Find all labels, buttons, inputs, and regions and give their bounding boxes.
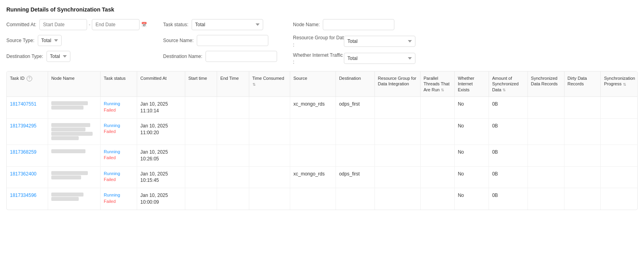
cell-task-id: 1817362400 xyxy=(7,166,48,188)
sync-progress-sort-icon[interactable]: ⇅ xyxy=(623,82,626,87)
col-dirty-data-label: Dirty Data Records xyxy=(568,76,587,86)
source-name-label: Source Name: xyxy=(163,38,194,43)
node-name-blurred-text: █████████ xyxy=(51,193,83,197)
calendar-icon[interactable]: 📅 xyxy=(141,22,147,27)
date-separator: - xyxy=(89,22,90,27)
internet-filter: Whether Internet Traffic Exists : Total xyxy=(293,52,415,65)
cell-sync-data-records xyxy=(528,166,564,188)
cell-time-consumed xyxy=(249,97,290,119)
cell-end-time xyxy=(217,188,249,210)
cell-destination xyxy=(336,118,374,145)
col-header-end-time: End Time xyxy=(217,71,249,97)
node-name-blurred-text: █████████ xyxy=(51,132,93,136)
cell-source xyxy=(290,118,336,145)
task-id-link[interactable]: 1817362400 xyxy=(10,171,37,177)
amount-sort-icon[interactable]: ⇅ xyxy=(502,87,506,92)
task-status-filter: Task status: Total xyxy=(163,19,277,30)
cell-sync-progress xyxy=(601,97,637,119)
col-resource-group-label: Resource Group for Data Integration xyxy=(378,76,417,86)
node-name-label: Node Name: xyxy=(293,22,320,27)
cell-node-name: ████████████████████████████████████ xyxy=(48,118,100,145)
cell-source: xc_mongo_rds xyxy=(290,166,336,188)
cell-committed-at: Jan 10, 2025 11:00:20 xyxy=(137,118,185,145)
cell-time-consumed xyxy=(249,188,290,210)
node-name-blurred-text: █████████ xyxy=(51,101,88,105)
cell-source xyxy=(290,145,336,166)
cell-amount-synchronized: 0B xyxy=(489,188,528,210)
col-header-parallel-threads: Parallel Threads That Are Run ⇅ xyxy=(420,71,454,97)
task-id-link[interactable]: 1817407551 xyxy=(10,101,37,107)
status-failed: Failed xyxy=(104,177,134,183)
cell-source xyxy=(290,188,336,210)
col-end-time-label: End Time xyxy=(220,76,239,81)
destination-type-select[interactable]: Total xyxy=(47,51,70,62)
col-header-resource-group: Resource Group for Data Integration xyxy=(374,71,420,97)
col-header-dirty-data: Dirty Data Records xyxy=(564,71,601,97)
cell-sync-progress xyxy=(601,188,637,210)
cell-start-time xyxy=(185,118,217,145)
parallel-threads-sort-icon[interactable]: ⇅ xyxy=(441,87,444,92)
cell-internet-exists: No xyxy=(454,97,489,119)
time-consumed-sort-icon[interactable]: ⇅ xyxy=(252,82,256,87)
destination-name-filter: Destination Name: xyxy=(163,51,277,62)
cell-sync-progress xyxy=(601,145,637,166)
end-date-input[interactable] xyxy=(92,19,140,30)
cell-sync-progress xyxy=(601,166,637,188)
task-id-link[interactable]: 1817368259 xyxy=(10,149,37,155)
col-sync-data-records-label: Synchronized Data Records xyxy=(531,76,558,86)
col-time-consumed-label: Time Consumed xyxy=(252,76,284,81)
task-status-select[interactable]: Total xyxy=(192,19,263,30)
cell-time-consumed xyxy=(249,118,290,145)
node-name-filter: Node Name: xyxy=(293,19,415,30)
cell-end-time xyxy=(217,97,249,119)
col-header-amount: Amount of Synchronized Data ⇅ xyxy=(489,71,528,97)
col-header-start-time: Start time xyxy=(185,71,217,97)
node-name-blurred-text: █████████ xyxy=(51,175,81,179)
cell-amount-synchronized: 0B xyxy=(489,166,528,188)
col-header-source: Source xyxy=(290,71,336,97)
cell-parallel-threads xyxy=(420,118,454,145)
data-table-container: Task ID ? Node Name Task status Committe… xyxy=(6,71,638,210)
internet-select[interactable]: Total xyxy=(344,53,415,64)
cell-destination: odps_first xyxy=(336,166,374,188)
col-node-name-label: Node Name xyxy=(51,76,75,81)
source-name-input[interactable] xyxy=(197,35,268,46)
col-start-time-label: Start time xyxy=(188,76,207,81)
status-failed: Failed xyxy=(104,198,134,204)
start-date-input[interactable] xyxy=(39,19,87,30)
cell-task-status: RunningFailed xyxy=(101,166,137,188)
cell-end-time xyxy=(217,166,249,188)
table-row: 1817362400██████████████████RunningFaile… xyxy=(7,166,637,188)
cell-dirty-data-records xyxy=(564,166,601,188)
node-name-input[interactable] xyxy=(323,19,394,30)
task-id-link[interactable]: 1817334596 xyxy=(10,193,37,198)
destination-name-label: Destination Name: xyxy=(163,54,202,59)
cell-task-status: RunningFailed xyxy=(101,188,137,210)
table-row: 1817407551██████████████████RunningFaile… xyxy=(7,97,637,119)
status-running: Running xyxy=(104,101,134,107)
node-name-blurred-text: █████████ xyxy=(51,136,79,140)
cell-node-name: ██████████████████ xyxy=(48,166,100,188)
destination-name-input[interactable] xyxy=(206,51,277,62)
cell-amount-synchronized: 0B xyxy=(489,118,528,145)
cell-sync-data-records xyxy=(528,97,564,119)
source-type-label: Source Type: xyxy=(6,38,35,43)
cell-end-time xyxy=(217,118,249,145)
status-failed: Failed xyxy=(104,107,134,113)
resource-group-select[interactable]: Total xyxy=(344,36,415,47)
cell-task-id: 1817334596 xyxy=(7,188,48,210)
status-failed: Failed xyxy=(104,129,134,135)
source-type-select[interactable]: Total xyxy=(38,35,62,46)
status-failed: Failed xyxy=(104,155,134,161)
cell-node-name: ██████████████████ xyxy=(48,188,100,210)
cell-time-consumed xyxy=(249,166,290,188)
cell-end-time xyxy=(217,145,249,166)
committed-at-label: Committed At: xyxy=(6,22,36,27)
cell-resource-group xyxy=(374,118,420,145)
resource-group-filter: Resource Group for Data Integration : To… xyxy=(293,35,415,48)
cell-committed-at: Jan 10, 2025 10:15:45 xyxy=(137,166,185,188)
task-id-link[interactable]: 1817394295 xyxy=(10,123,37,129)
cell-start-time xyxy=(185,166,217,188)
task-id-help-icon[interactable]: ? xyxy=(27,76,32,81)
cell-start-time xyxy=(185,97,217,119)
